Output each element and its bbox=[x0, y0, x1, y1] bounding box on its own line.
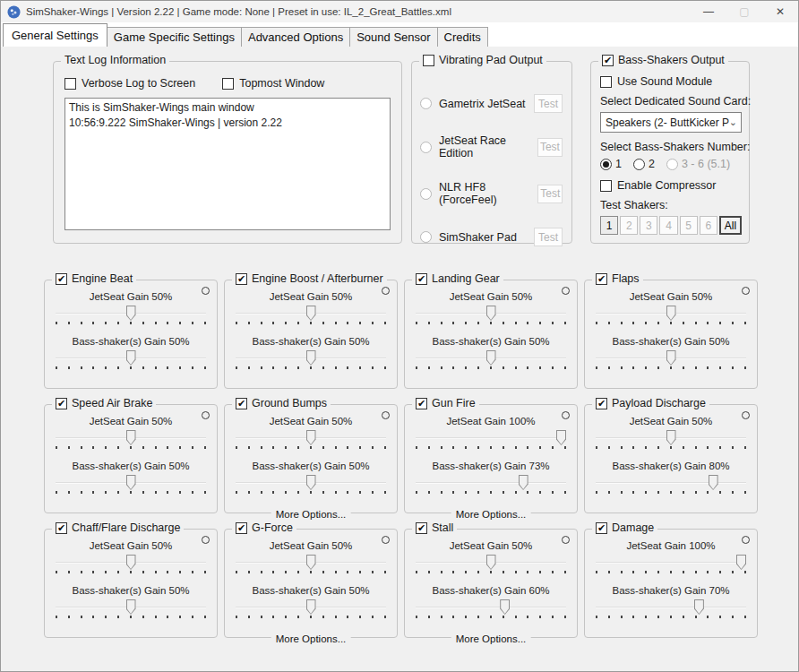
slider-thumb[interactable] bbox=[306, 350, 316, 366]
test-shaker-button-all[interactable]: All bbox=[719, 216, 742, 235]
bass-gain-slider[interactable] bbox=[56, 602, 206, 613]
effect-checkbox-landing-gear[interactable]: ✔ bbox=[416, 273, 427, 285]
slider-thumb[interactable] bbox=[486, 555, 496, 570]
test-shaker-button-2[interactable]: 2 bbox=[620, 216, 638, 235]
tab-game-specific-settings[interactable]: Game Specific Settings bbox=[107, 27, 242, 47]
effect-checkbox-engine-boost-afterburner[interactable]: ✔ bbox=[236, 273, 247, 285]
effect-checkbox-engine-beat[interactable]: ✔ bbox=[56, 273, 67, 285]
bass-shakers-checkbox[interactable]: ✔ bbox=[602, 55, 614, 66]
jetseat-gain-slider[interactable] bbox=[236, 557, 386, 568]
pad-radio-jetseat-race-edition[interactable] bbox=[420, 142, 432, 153]
jetseat-gain-slider[interactable] bbox=[56, 557, 206, 568]
test-shaker-button-3[interactable]: 3 bbox=[640, 216, 657, 235]
effect-checkbox-payload-discharge[interactable]: ✔ bbox=[596, 398, 607, 409]
effect-checkbox-flaps[interactable]: ✔ bbox=[596, 273, 607, 285]
minimize-button[interactable]: — bbox=[691, 1, 726, 22]
slider-thumb[interactable] bbox=[126, 306, 136, 321]
slider-thumb[interactable] bbox=[486, 350, 496, 366]
effect-checkbox-ground-bumps[interactable]: ✔ bbox=[236, 398, 247, 409]
use-sound-module-checkbox[interactable]: Use Sound Module bbox=[600, 75, 742, 88]
checkbox-icon[interactable] bbox=[222, 78, 234, 90]
slider-thumb[interactable] bbox=[519, 475, 528, 490]
effect-checkbox-stall[interactable]: ✔ bbox=[416, 522, 427, 534]
checkbox-icon[interactable] bbox=[64, 78, 76, 90]
effect-checkbox-g-force[interactable]: ✔ bbox=[236, 522, 247, 534]
tab-credits[interactable]: Credits bbox=[437, 27, 488, 47]
pad-test-button-simshaker-pad[interactable]: Test bbox=[534, 228, 563, 246]
jetseat-gain-slider[interactable] bbox=[596, 557, 746, 568]
bass-gain-slider[interactable] bbox=[416, 478, 566, 488]
pad-radio-simshaker-pad[interactable] bbox=[420, 231, 432, 243]
jetseat-gain-slider[interactable] bbox=[236, 433, 386, 444]
bass-gain-slider[interactable] bbox=[236, 602, 386, 613]
bass-gain-slider[interactable] bbox=[596, 353, 746, 364]
bass-gain-slider[interactable] bbox=[236, 478, 386, 488]
jetseat-gain-slider[interactable] bbox=[596, 433, 746, 444]
more-options-link[interactable]: More Options... bbox=[451, 633, 531, 644]
slider-thumb[interactable] bbox=[126, 555, 136, 570]
jetseat-gain-slider[interactable] bbox=[416, 308, 566, 319]
tab-sound-sensor[interactable]: Sound Sensor bbox=[349, 27, 437, 47]
sound-card-select[interactable]: Speakers (2- ButtKicker Pl ⌄ bbox=[600, 112, 742, 133]
bass-gain-slider[interactable] bbox=[236, 353, 386, 364]
more-options-link[interactable]: More Options... bbox=[271, 509, 351, 520]
bass-gain-slider[interactable] bbox=[416, 602, 566, 613]
jetseat-gain-slider[interactable] bbox=[416, 433, 566, 444]
slider-thumb[interactable] bbox=[736, 555, 746, 570]
effect-checkbox-damage[interactable]: ✔ bbox=[596, 522, 607, 534]
checkbox-icon[interactable] bbox=[600, 76, 612, 88]
slider-thumb[interactable] bbox=[306, 475, 316, 490]
close-button[interactable]: ✕ bbox=[762, 1, 798, 22]
test-shaker-button-1[interactable]: 1 bbox=[600, 216, 618, 235]
pad-test-button-jetseat-race-edition[interactable]: Test bbox=[537, 138, 563, 157]
shaker-number-option-2[interactable]: 2 bbox=[633, 158, 655, 170]
effect-checkbox-speed-air-brake[interactable]: ✔ bbox=[56, 398, 67, 409]
slider-thumb[interactable] bbox=[500, 599, 510, 615]
test-shaker-button-6[interactable]: 6 bbox=[700, 216, 717, 235]
slider-thumb[interactable] bbox=[666, 430, 676, 445]
topmost-window-checkbox[interactable]: Topmost Window bbox=[222, 77, 324, 90]
jetseat-gain-slider[interactable] bbox=[596, 308, 746, 319]
pad-test-button-nlr-hf8-forcefeel[interactable]: Test bbox=[537, 185, 563, 203]
slider-thumb[interactable] bbox=[486, 306, 496, 321]
jetseat-gain-slider[interactable] bbox=[236, 308, 386, 319]
slider-thumb[interactable] bbox=[126, 599, 136, 615]
slider-thumb[interactable] bbox=[666, 306, 676, 321]
pad-test-button-gametrix-jetseat[interactable]: Test bbox=[534, 94, 563, 113]
slider-thumb[interactable] bbox=[126, 350, 136, 366]
enable-compressor-checkbox[interactable]: Enable Compressor bbox=[600, 179, 742, 192]
verbose-log-checkbox[interactable]: Verbose Log to Screen bbox=[64, 77, 195, 90]
slider-thumb[interactable] bbox=[306, 306, 316, 321]
test-shaker-button-4[interactable]: 4 bbox=[659, 216, 677, 235]
effect-checkbox-chaff-flare-discharge[interactable]: ✔ bbox=[56, 522, 67, 534]
bass-gain-slider[interactable] bbox=[596, 478, 746, 488]
bass-gain-slider[interactable] bbox=[416, 353, 566, 364]
slider-thumb[interactable] bbox=[126, 430, 136, 445]
pad-radio-nlr-hf8-forcefeel[interactable] bbox=[420, 188, 432, 200]
more-options-link[interactable]: More Options... bbox=[271, 633, 351, 644]
slider-thumb[interactable] bbox=[666, 350, 676, 366]
jetseat-gain-slider[interactable] bbox=[416, 557, 566, 568]
bass-gain-slider[interactable] bbox=[56, 478, 206, 488]
slider-thumb[interactable] bbox=[709, 475, 718, 490]
slider-thumb[interactable] bbox=[556, 430, 566, 445]
shaker-number-option-3-6-5-1[interactable]: 3 - 6 (5.1) bbox=[666, 158, 730, 170]
slider-thumb[interactable] bbox=[306, 599, 316, 615]
test-shaker-button-5[interactable]: 5 bbox=[680, 216, 698, 235]
more-options-link[interactable]: More Options... bbox=[451, 509, 531, 520]
slider-thumb[interactable] bbox=[306, 430, 316, 445]
tab-advanced-options[interactable]: Advanced Options bbox=[241, 27, 350, 47]
slider-thumb[interactable] bbox=[694, 599, 704, 615]
log-textbox[interactable]: This is SimShaker-Wings main window10:56… bbox=[64, 98, 391, 230]
checkbox-icon[interactable] bbox=[600, 180, 612, 192]
slider-thumb[interactable] bbox=[126, 475, 136, 490]
pad-radio-gametrix-jetseat[interactable] bbox=[420, 98, 432, 109]
tab-general-settings[interactable]: General Settings bbox=[3, 23, 107, 47]
shaker-number-option-1[interactable]: 1 bbox=[600, 158, 622, 170]
jetseat-gain-slider[interactable] bbox=[56, 308, 206, 319]
slider-thumb[interactable] bbox=[306, 555, 316, 570]
jetseat-gain-slider[interactable] bbox=[56, 433, 206, 444]
effect-checkbox-gun-fire[interactable]: ✔ bbox=[416, 398, 427, 409]
bass-gain-slider[interactable] bbox=[596, 602, 746, 613]
vibrating-pad-checkbox[interactable] bbox=[423, 55, 434, 66]
